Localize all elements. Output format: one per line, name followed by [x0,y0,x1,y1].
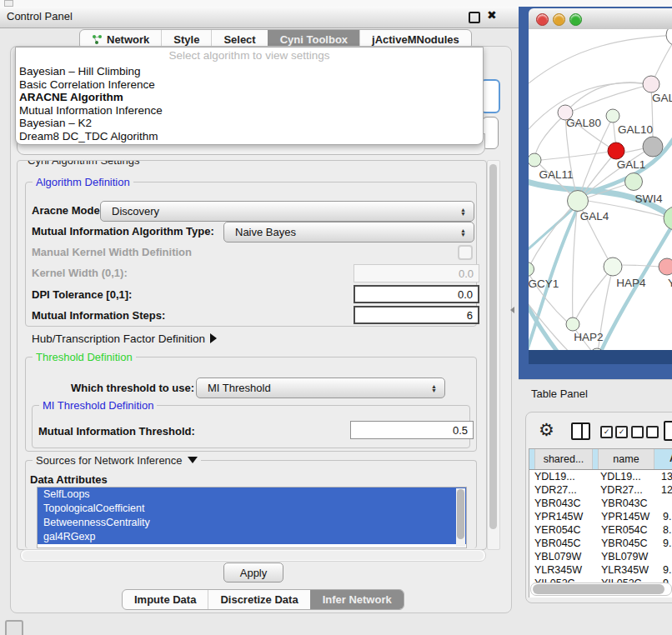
column-header-partial[interactable]: A [654,449,672,469]
zoom-window-icon[interactable] [569,13,582,26]
table-header-row: shared... name A [529,449,672,470]
bottom-tabbar: Impute Data Discretize Data Infer Networ… [122,589,404,610]
network-node[interactable] [625,173,643,191]
list-scrollbar[interactable] [456,488,465,547]
network-node[interactable] [643,76,659,92]
network-edge[interactable] [620,265,659,267]
mi-type-label: Mutual Information Algorithm Type: [32,225,214,238]
tab-impute-data[interactable]: Impute Data [123,590,208,609]
table-row[interactable]: YBL079WYBL079W [529,550,672,563]
hub-definition-toggle[interactable]: Hub/Transcription Factor Definition [32,332,217,345]
tab-network-label: Network [107,33,149,46]
close-panel-icon[interactable]: ✖ [487,8,497,22]
network-node[interactable] [608,142,624,159]
table-row[interactable]: YER054CYER054C8. [529,523,672,537]
combo-spinner-icon: ▲▼ [460,208,466,216]
network-node-label: GAL1 [617,158,646,171]
mi-type-combo[interactable]: Naive Bayes ▲▼ [223,222,474,242]
select-all-rows-icon[interactable]: ✓✓ [600,426,628,438]
deselect-all-rows-icon[interactable] [631,426,659,438]
table-settings-gear-icon[interactable]: ⚙ [539,420,554,440]
algorithm-option[interactable]: ARACNE Algorithm [16,91,483,104]
table-row[interactable]: YDR27...YDR27...12 [529,483,672,497]
data-attributes-list[interactable]: SelfLoopsTopologicalCoefficientBetweenne… [37,487,467,548]
network-node[interactable] [643,137,663,157]
aracne-mode-label: Aracne Mode: [32,204,103,217]
algorithm-definition-title: Algorithm Definition [33,176,133,188]
threshold-definition-title: Threshold Definition [33,351,136,363]
column-visibility-icon[interactable] [571,422,590,440]
export-table-icon[interactable] [664,421,672,441]
network-node[interactable] [529,262,534,277]
network-node-label: HAP4 [616,277,646,289]
mi-steps-field[interactable]: 6 [354,306,479,324]
table-row[interactable]: YBR043CYBR043C [529,497,672,510]
network-node[interactable] [566,318,579,331]
algorithm-option[interactable]: Dream8 DC_TDC Algorithm [16,130,483,143]
attribute-list-item[interactable]: gal4RGexp [38,530,466,544]
kernel-width-label: Kernel Width (0,1): [32,267,128,279]
network-edge[interactable] [565,85,649,114]
float-window-icon[interactable] [469,12,480,23]
panel-divider-handle[interactable] [510,307,514,313]
network-window-titlebar[interactable] [529,8,672,30]
network-node[interactable] [606,109,619,122]
table-horizontal-scrollbar[interactable] [530,582,672,596]
network-node[interactable] [529,153,541,167]
algorithm-option[interactable]: Mutual Information Inference [16,104,483,118]
kernel-width-field[interactable]: 0.0 [354,264,479,282]
data-attributes-label: Data Attributes [30,473,108,486]
attribute-list-item[interactable]: TopologicalCoefficient [38,502,466,516]
table-row[interactable]: YBR045CYBR045C9. [529,537,672,550]
combo-spinner-icon: ▲▼ [460,228,466,237]
network-node-label: GAL80 [566,117,601,129]
which-threshold-combo[interactable]: MI Threshold ▲▼ [196,378,445,398]
algorithm-option[interactable]: Bayesian – Hill Climbing [16,65,483,78]
algorithm-option[interactable]: Basic Correlation Inference [16,78,483,92]
network-node[interactable] [666,29,672,46]
sources-title[interactable]: Sources for Network Inference [33,454,201,467]
table-row[interactable]: YPR145WYPR145W9. [529,510,672,523]
table-panel-title: Table Panel [531,388,588,400]
network-node[interactable] [604,258,622,276]
network-edge[interactable] [541,151,616,160]
network-node-label: GAL11 [539,168,573,181]
minimize-window-icon[interactable] [553,13,565,26]
aracne-mode-combo[interactable]: Discovery ▲▼ [100,201,474,222]
network-canvas[interactable]: GALGAL80GAL10GAL1GAL11SWI4GAL4GCY1HAP4YH… [529,29,672,350]
settings-horizontal-scrollbar[interactable] [20,549,486,562]
column-header-shared-name[interactable]: shared... [534,449,593,469]
algorithm-option[interactable]: Bayesian – K2 [16,117,483,130]
network-node[interactable] [659,258,672,275]
manual-kernel-checkbox[interactable] [458,245,473,260]
mi-threshold-title: MI Threshold Definition [39,399,157,412]
tab-infer-network[interactable]: Infer Network [310,590,404,609]
table-row[interactable]: YLR345WYLR345W9. [529,563,672,577]
minimized-panel-chip[interactable] [5,620,23,635]
table-panel-header: Table Panel [519,379,672,409]
attribute-list-item[interactable]: SelfLoops [38,488,466,502]
table-row[interactable]: YDL19...YDL19...13 [529,470,672,483]
control-panel-titlebar: Control Panel ✖ [0,7,519,28]
top-partial-widget [4,0,13,7]
network-window-bottom-border [529,350,672,364]
algorithm-dropdown-popup: Select algorithm to view settings Bayesi… [15,47,484,145]
node-table[interactable]: shared... name A YDL19...YDL19...13YDR27… [529,448,672,598]
network-node-label: GCY1 [529,278,559,290]
combo-spinner-icon: ▲▼ [431,384,437,392]
settings-vertical-scrollbar[interactable] [487,160,500,550]
network-edge[interactable] [624,148,644,152]
close-window-icon[interactable] [536,13,549,26]
app-root: Control Panel ✖ Network Style Select Cyn… [0,0,672,635]
column-header-name[interactable]: name [598,449,654,469]
network-node-label: SWI4 [634,192,662,205]
dpi-tolerance-field[interactable]: 0.0 [354,285,479,303]
mi-threshold-field[interactable]: 0.5 [350,421,474,439]
network-node[interactable] [568,191,589,212]
attribute-list-item[interactable]: BetweennessCentrality [38,516,466,530]
collapse-down-icon [188,457,198,463]
tab-discretize-data[interactable]: Discretize Data [208,590,309,609]
apply-button[interactable]: Apply [223,562,283,582]
network-node-label: GAL4 [580,210,609,222]
network-edge[interactable] [534,114,565,158]
